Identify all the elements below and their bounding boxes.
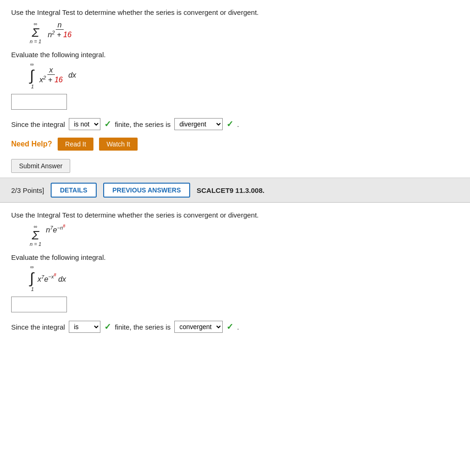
integral-1-input[interactable] bbox=[11, 94, 67, 110]
series-2-display: ∞ Σ n = 1 n7e−n8 bbox=[30, 224, 459, 247]
check-icon-2: ✓ bbox=[226, 119, 233, 129]
integral-2-display: ∞ ∫ 1 x7e−x8 dx bbox=[30, 264, 459, 292]
previous-answers-button[interactable]: PREVIOUS ANSWERS bbox=[103, 183, 190, 198]
evaluate-text-2: Evaluate the following integral. bbox=[11, 253, 459, 261]
series-2-expr: n7e−n8 bbox=[46, 224, 66, 234]
series-1-fraction: n n2 + 16 bbox=[46, 21, 73, 39]
read-it-button[interactable]: Read It bbox=[58, 138, 93, 151]
check-icon-1: ✓ bbox=[104, 119, 111, 129]
since-text-1: Since the integral bbox=[11, 120, 65, 128]
integral-2-input[interactable] bbox=[11, 297, 67, 312]
series-1-display: ∞ Σ n = 1 n n2 + 16 bbox=[30, 21, 459, 44]
integral-1-fraction: x x2 + 16 bbox=[38, 66, 65, 84]
check-icon-3: ✓ bbox=[104, 322, 111, 332]
check-icon-4: ✓ bbox=[226, 322, 233, 332]
series-dropdown-1[interactable]: divergent convergent bbox=[174, 118, 223, 130]
finite-text-2: finite, the series is bbox=[115, 323, 171, 331]
integral-dropdown-2[interactable]: is is not bbox=[69, 321, 100, 333]
integral-1-display: ∞ ∫ 1 x x2 + 16 dx bbox=[30, 61, 459, 89]
section-2-header: 2/3 Points] DETAILS PREVIOUS ANSWERS SCA… bbox=[0, 178, 470, 203]
submit-row-1: Submit Answer bbox=[11, 159, 459, 173]
finite-text-1: finite, the series is bbox=[115, 120, 171, 128]
since-row-1: Since the integral is not is ✓ finite, t… bbox=[11, 118, 459, 130]
instruction-1: Use the Integral Test to determine wheth… bbox=[11, 8, 459, 16]
submit-answer-button-1[interactable]: Submit Answer bbox=[11, 159, 70, 173]
points-label: 2/3 Points] bbox=[11, 186, 44, 194]
section-1: Use the Integral Test to determine wheth… bbox=[0, 0, 470, 178]
need-help-label: Need Help? bbox=[11, 140, 52, 148]
since-row-2: Since the integral is is not ✓ finite, t… bbox=[11, 321, 459, 333]
integral-dropdown-1[interactable]: is not is bbox=[69, 118, 100, 130]
since-text-2: Since the integral bbox=[11, 323, 65, 331]
details-button[interactable]: DETAILS bbox=[51, 183, 97, 198]
watch-it-button[interactable]: Watch It bbox=[99, 138, 138, 151]
evaluate-text-1: Evaluate the following integral. bbox=[11, 51, 459, 59]
instruction-2: Use the Integral Test to determine wheth… bbox=[11, 211, 459, 219]
section-2: Use the Integral Test to determine wheth… bbox=[0, 203, 470, 345]
need-help-row: Need Help? Read It Watch It bbox=[11, 138, 459, 151]
series-dropdown-2[interactable]: convergent divergent bbox=[174, 321, 223, 333]
sigma-1: ∞ Σ n = 1 bbox=[30, 21, 41, 44]
sigma-2: ∞ Σ n = 1 bbox=[30, 224, 41, 247]
problem-ref: SCALCET9 11.3.008. bbox=[197, 186, 265, 194]
